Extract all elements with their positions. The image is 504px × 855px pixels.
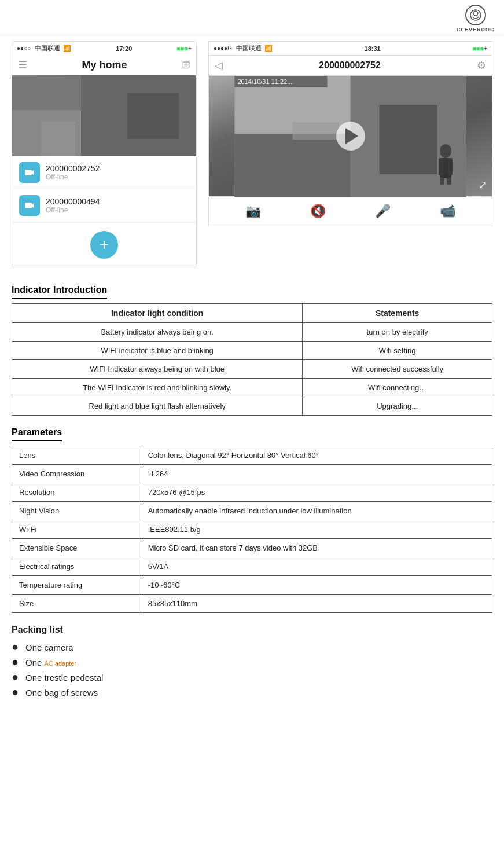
left-phone-mockup: ●●○○ 中国联通 📶 17:20 ■■■ + ☰ My home ⊞	[12, 41, 197, 267]
indicator-cell-1-1: Wifi setting	[303, 342, 492, 360]
left-statusbar: ●●○○ 中国联通 📶 17:20 ■■■ +	[12, 42, 196, 55]
indicator-cell-3-1: Wifi connecting…	[303, 379, 492, 397]
settings-icon[interactable]: ⚙	[477, 59, 486, 72]
params-row-7: Temperature rating-10~60°C	[12, 576, 492, 595]
params-cell-2-0: Resolution	[12, 483, 141, 502]
camera-name-2: 200000000494	[46, 197, 189, 206]
screenshots-section: ●●○○ 中国联通 📶 17:20 ■■■ + ☰ My home ⊞	[0, 35, 504, 273]
indicator-col-header-2: Statements	[303, 304, 492, 323]
logo-text: CLEVERDOG	[457, 27, 495, 32]
camera-info-1: 200000002752 Off-line	[46, 164, 189, 181]
edit-icon[interactable]: ⊞	[182, 58, 190, 71]
indicator-title: Indicator Introduction	[12, 285, 107, 299]
camera-icon-2	[19, 195, 40, 216]
indicator-cell-2-0: WIFI Indicator always being on with blue	[12, 360, 303, 379]
indicator-row-0: Battery indicator always being on.turn o…	[12, 323, 492, 342]
controls-bar: 📷 🔇 🎤 📹	[208, 197, 492, 226]
battery-indicator-left: ■■■	[176, 45, 188, 52]
camera-info-2: 200000000494 Off-line	[46, 197, 189, 214]
params-cell-4-1: IEEE802.11 b/g	[141, 520, 492, 539]
time-left: 17:20	[116, 45, 132, 52]
params-row-2: Resolution720x576 @15fps	[12, 483, 492, 502]
indicator-table-header-row: Indicator light condition Statements	[12, 304, 492, 323]
params-cell-7-0: Temperature rating	[12, 576, 141, 595]
packing-item-3: ●One bag of screws	[12, 686, 492, 698]
params-cell-6-0: Electrical ratings	[12, 557, 141, 576]
svg-rect-6	[41, 122, 76, 156]
indicator-cell-3-0: The WIFI Indicator is red and blinking s…	[12, 379, 303, 397]
indicator-cell-4-1: Upgrading...	[303, 397, 492, 416]
menu-icon[interactable]: ☰	[18, 58, 27, 71]
svg-rect-10	[380, 105, 437, 174]
packing-item-text-3: One bag of screws	[25, 688, 98, 698]
params-cell-3-0: Night Vision	[12, 502, 141, 520]
video-record-icon[interactable]: 📹	[440, 204, 455, 219]
bullet-icon-2: ●	[12, 671, 19, 682]
battery-plus: +	[188, 45, 192, 52]
params-row-3: Night VisionAutomatically enable infrare…	[12, 502, 492, 520]
camera-status-1: Off-line	[46, 173, 189, 181]
parameters-section: Parameters LensColor lens, Diagonal 92° …	[12, 427, 492, 613]
parameters-title: Parameters	[12, 427, 62, 441]
add-camera-button[interactable]: +	[90, 231, 118, 259]
packing-item-text-1: One	[25, 658, 42, 667]
params-cell-4-0: Wi-Fi	[12, 520, 141, 539]
params-row-0: LensColor lens, Diagonal 92° Horizontal …	[12, 446, 492, 465]
battery-indicator-right: ■■■	[472, 45, 484, 52]
svg-rect-12	[293, 122, 339, 140]
right-statusbar: ●●●●G 中国联通 📶 18:31 ■■■ +	[208, 41, 492, 55]
expand-icon[interactable]: ⤢	[479, 179, 487, 192]
right-phone-title: 200000002752	[319, 60, 381, 71]
add-camera-area: +	[12, 222, 196, 267]
params-cell-5-0: Extensible Space	[12, 539, 141, 557]
right-status-left: ●●●●G 中国联通 📶	[214, 44, 273, 53]
svg-rect-20	[447, 178, 451, 185]
video-preview[interactable]: 2014/10/31 11:22... ⤢	[208, 75, 492, 197]
carrier-left: 中国联通	[35, 44, 60, 53]
mute-icon[interactable]: 🔇	[310, 204, 326, 219]
params-row-4: Wi-FiIEEE802.11 b/g	[12, 520, 492, 539]
header: CLEVERDOG	[0, 0, 504, 35]
packing-title: Packing list	[12, 625, 492, 635]
main-content: Indicator Introduction Indicator light c…	[0, 273, 504, 707]
packing-item-ac-1: AC adapter	[44, 660, 76, 667]
left-phone-header: ☰ My home ⊞	[12, 55, 196, 75]
battery-plus-right: +	[484, 45, 487, 52]
camera-list-item-1[interactable]: 200000002752 Off-line	[12, 156, 196, 189]
signal-dots-right: ●●●●G	[214, 45, 232, 52]
indicator-row-1: WIFI indicator is blue and blinkingWifi …	[12, 342, 492, 360]
battery-right-area: ■■■ +	[472, 45, 487, 52]
packing-item-text-2: One trestle pedestal	[25, 673, 103, 682]
packing-list: ●One camera●One AC adapter●One trestle p…	[12, 641, 492, 698]
right-phone-header: ◁ 200000002752 ⚙	[208, 55, 492, 75]
params-cell-8-0: Size	[12, 595, 141, 613]
params-cell-5-1: Micro SD card, it can store 7 days video…	[141, 539, 492, 557]
indicator-table: Indicator light condition Statements Bat…	[12, 303, 492, 416]
camera-capture-icon[interactable]: 📷	[245, 204, 261, 219]
bullet-icon-3: ●	[12, 686, 19, 698]
camera-icon-1	[19, 162, 40, 183]
indicator-row-3: The WIFI Indicator is red and blinking s…	[12, 379, 492, 397]
camera-preview-image: Friday 10/31 Out of home	[12, 75, 196, 156]
packing-section: Packing list ●One camera●One AC adapter●…	[12, 625, 492, 698]
left-phone-title: My home	[82, 59, 127, 71]
packing-item-0: ●One camera	[12, 641, 492, 652]
params-row-5: Extensible SpaceMicro SD card, it can st…	[12, 539, 492, 557]
indicator-cell-0-1: turn on by electrify	[303, 323, 492, 342]
play-button[interactable]	[336, 122, 365, 151]
packing-item-text-0: One camera	[25, 643, 73, 652]
indicator-row-4: Red light and blue light flash alternati…	[12, 397, 492, 416]
camera-list-item-2[interactable]: 200000000494 Off-line	[12, 189, 196, 222]
microphone-icon[interactable]: 🎤	[375, 204, 391, 219]
svg-point-15	[440, 144, 451, 158]
logo: CLEVERDOG	[457, 5, 495, 32]
params-cell-0-1: Color lens, Diagonal 92° Horizontal 80° …	[141, 446, 492, 465]
logo-icon	[465, 5, 486, 25]
svg-point-1	[473, 11, 478, 16]
signal-dots: ●●○○	[17, 45, 31, 52]
back-icon[interactable]: ◁	[215, 59, 223, 72]
svg-rect-8	[235, 134, 351, 197]
svg-rect-17	[439, 158, 443, 175]
wifi-left: 📶	[63, 45, 71, 52]
params-row-8: Size85x85x110mm	[12, 595, 492, 613]
